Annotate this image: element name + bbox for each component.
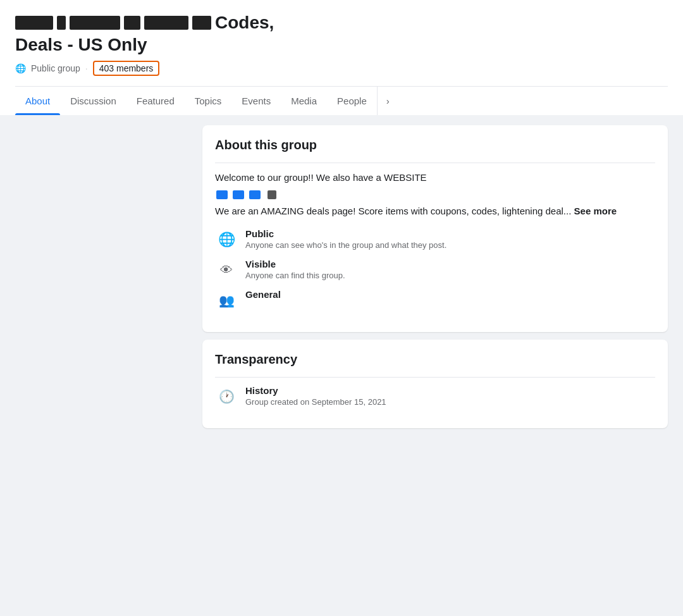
about-description: Welcome to our group!! We also have a WE…: [215, 171, 655, 219]
general-title: General: [245, 289, 655, 300]
redacted-block-4: [124, 16, 140, 30]
group-title-line2: Deals - US Only: [15, 34, 668, 56]
tab-topics[interactable]: Topics: [185, 87, 232, 115]
about-line2-text: We are an AMAZING deals page! Score item…: [215, 206, 571, 216]
main-content: About this group Welcome to our group!! …: [0, 115, 683, 439]
website-icon-2: [233, 190, 244, 199]
see-more-button[interactable]: See more: [574, 206, 617, 216]
redacted-block-3: [70, 16, 120, 30]
redacted-block-1: [15, 16, 53, 30]
group-info-icon: 👥: [215, 289, 238, 312]
about-line1: Welcome to our group!! We also have a WE…: [215, 171, 655, 185]
about-divider: [215, 163, 655, 163]
history-row: 🕐 History Group created on September 15,…: [215, 385, 655, 408]
tab-people[interactable]: People: [327, 87, 377, 115]
public-info-content: Public Anyone can see who's in the group…: [245, 228, 655, 250]
visibility-public-row: 🌐 Public Anyone can see who's in the gro…: [215, 228, 655, 251]
visibility-visible-row: 👁 Visible Anyone can find this group.: [215, 259, 655, 281]
group-type: Public group: [31, 63, 80, 73]
members-badge: 403 members: [93, 61, 160, 76]
group-meta: 🌐 Public group · 403 members: [15, 61, 668, 76]
page-wrapper: Codes, Deals - US Only 🌐 Public group · …: [0, 0, 683, 616]
website-icon-4: [268, 190, 276, 199]
group-header: Codes, Deals - US Only 🌐 Public group · …: [0, 0, 683, 115]
tab-media[interactable]: Media: [281, 87, 327, 115]
history-info-content: History Group created on September 15, 2…: [245, 385, 655, 407]
about-website-icons: [215, 187, 655, 202]
about-card: About this group Welcome to our group!! …: [202, 125, 668, 333]
about-line1-text: Welcome to our group!! We also have a WE…: [215, 172, 427, 183]
website-icon-3: [249, 190, 261, 199]
group-title-text: Deals - US Only: [15, 35, 147, 54]
public-title: Public: [245, 228, 655, 239]
redacted-block-6: [192, 16, 211, 30]
group-title-area: Codes, Deals - US Only: [15, 13, 668, 56]
website-icon-1: [216, 190, 228, 199]
nav-tabs: About Discussion Featured Topics Events …: [15, 86, 668, 115]
visible-desc: Anyone can find this group.: [245, 271, 655, 280]
tab-discussion[interactable]: Discussion: [60, 87, 126, 115]
tab-events[interactable]: Events: [231, 87, 281, 115]
eye-info-icon: 👁: [215, 259, 238, 281]
general-info-content: General: [245, 289, 655, 300]
group-title-suffix: Codes,: [215, 13, 274, 33]
visible-info-content: Visible Anyone can find this group.: [245, 259, 655, 280]
title-line1: Codes,: [15, 13, 668, 33]
globe-icon: 🌐: [15, 63, 26, 73]
category-general-row: 👥 General: [215, 289, 655, 312]
transparency-card-title: Transparency: [215, 352, 655, 367]
history-desc: Group created on September 15, 2021: [245, 397, 655, 407]
tab-featured[interactable]: Featured: [126, 87, 185, 115]
transparency-divider: [215, 377, 655, 378]
about-line2: We are an AMAZING deals page! Score item…: [215, 204, 655, 219]
redacted-block-2: [57, 16, 66, 30]
visible-title: Visible: [245, 259, 655, 269]
about-card-title: About this group: [215, 138, 655, 152]
transparency-card: Transparency 🕐 History Group created on …: [202, 340, 668, 428]
sidebar-left: [15, 125, 192, 429]
clock-info-icon: 🕐: [215, 385, 238, 408]
more-tabs-button[interactable]: ›: [377, 87, 396, 115]
tab-about[interactable]: About: [15, 87, 60, 115]
public-desc: Anyone can see who's in the group and wh…: [245, 240, 655, 250]
globe-info-icon: 🌐: [215, 228, 238, 251]
content-area: About this group Welcome to our group!! …: [202, 125, 668, 429]
history-title: History: [245, 385, 655, 396]
redacted-block-5: [144, 16, 188, 30]
